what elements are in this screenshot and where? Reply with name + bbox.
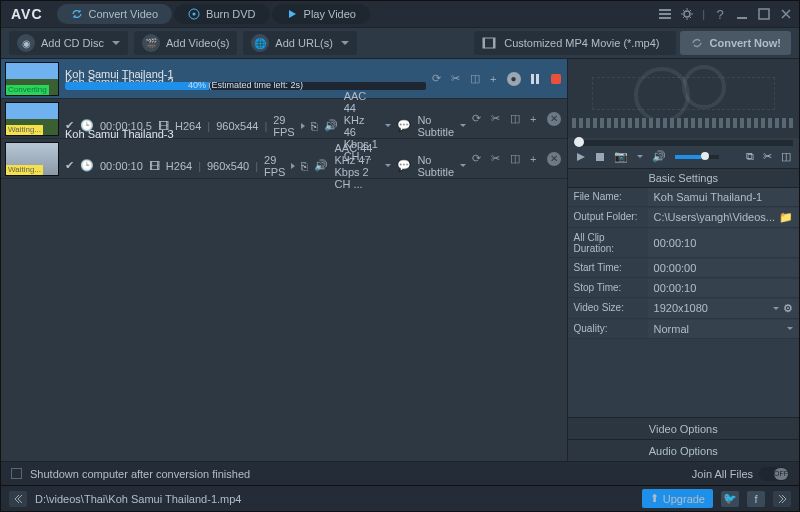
scissors-icon[interactable]: ✂ [491, 112, 500, 125]
close-icon[interactable] [779, 7, 793, 21]
remove-icon[interactable]: ✕ [547, 112, 561, 126]
chevron-down-icon [787, 327, 793, 330]
value-quality[interactable]: Normal [648, 320, 799, 339]
loop-icon[interactable]: ⟳ [432, 72, 441, 85]
join-all-label: Join All Files [692, 468, 753, 480]
play-icon[interactable] [576, 152, 586, 162]
file-list: Converting Koh Samui Thailand-1 40% (Est… [1, 59, 567, 461]
value-output-folder[interactable]: C:\Users\yangh\Videos...📁 [648, 208, 799, 228]
scissors-icon[interactable]: ✂ [763, 150, 772, 163]
progress-bar: 40% (Estimated time left: 2s) [65, 82, 426, 90]
thumbnail: Waiting... [5, 102, 59, 136]
chevron-down-icon[interactable] [637, 155, 643, 158]
stop-icon[interactable] [595, 152, 605, 162]
shutdown-label: Shutdown computer after conversion finis… [30, 468, 250, 480]
label-video-size: Video Size: [568, 299, 648, 319]
snapshot-icon[interactable]: 📷 [614, 150, 628, 163]
add-icon[interactable]: + [490, 73, 496, 85]
add-icon[interactable]: + [530, 153, 536, 165]
convert-now-button[interactable]: Convert Now! [680, 31, 792, 55]
svg-point-12 [636, 69, 688, 121]
speaker-icon: 🔊 [314, 159, 328, 172]
crop-icon[interactable]: ◫ [781, 150, 791, 163]
tab-burn-dvd[interactable]: Burn DVD [174, 4, 270, 24]
loop-icon[interactable]: ⟳ [472, 112, 481, 125]
chevron-down-icon [341, 41, 349, 45]
speaker-icon[interactable]: 🔊 [652, 150, 666, 163]
next-button[interactable] [773, 491, 791, 507]
value-video-size[interactable]: 1920x1080⚙ [648, 299, 799, 319]
crop-icon[interactable]: ◫ [510, 152, 520, 165]
facebook-icon[interactable]: f [747, 491, 765, 507]
help-icon[interactable]: ? [713, 7, 727, 21]
remove-icon[interactable]: ✕ [547, 152, 561, 166]
output-profile-select[interactable]: Customized MP4 Movie (*.mp4) [474, 31, 675, 55]
thumbnail: Waiting... [5, 142, 59, 176]
value-start-time[interactable]: 00:00:00 [648, 259, 799, 278]
label-output-folder: Output Folder: [568, 208, 648, 228]
twitter-icon[interactable]: 🐦 [721, 491, 739, 507]
gear-icon[interactable] [680, 7, 694, 21]
svg-rect-8 [759, 9, 769, 19]
add-urls-button[interactable]: 🌐 Add URL(s) [243, 31, 356, 55]
footer-options: Shutdown computer after conversion finis… [1, 461, 799, 485]
thumbnail: Converting [5, 62, 59, 96]
globe-plus-icon: 🌐 [251, 34, 269, 52]
tab-convert-video[interactable]: Convert Video [57, 4, 173, 24]
file-path: D:\videos\Thai\Koh Samui Thailand-1.mp4 [35, 493, 241, 505]
remove-icon[interactable]: ● [507, 72, 521, 86]
add-videos-button[interactable]: 🎬 Add Video(s) [134, 31, 237, 55]
add-cd-disc-button[interactable]: ◉ Add CD Disc [9, 31, 128, 55]
svg-marker-2 [289, 10, 296, 18]
panel-header: Basic Settings [568, 168, 799, 188]
tab-play-video[interactable]: Play Video [272, 4, 370, 24]
value-filename[interactable]: Koh Samui Thailand-1 [648, 188, 799, 207]
status-badge: Converting [6, 85, 49, 95]
shutdown-checkbox[interactable] [11, 468, 22, 479]
value-stop-time[interactable]: 00:00:10 [648, 279, 799, 298]
add-icon[interactable]: + [530, 113, 536, 125]
refresh-icon [690, 36, 704, 50]
preview-pane [568, 59, 799, 138]
folder-icon[interactable]: 📁 [779, 211, 793, 224]
button-label: Add Video(s) [166, 37, 229, 49]
volume-slider[interactable] [675, 155, 719, 159]
filmstrip-icon [572, 118, 795, 128]
play-icon [286, 8, 298, 20]
refresh-icon [71, 8, 83, 20]
clock-icon: 🕒 [80, 159, 94, 172]
list-item[interactable]: Waiting... Koh Samui Thailand-3 ✔ 🕒00:00… [1, 139, 567, 179]
seek-slider[interactable] [574, 140, 793, 146]
gear-icon[interactable]: ⚙ [783, 302, 793, 315]
label-duration: All Clip Duration: [568, 229, 648, 258]
upgrade-button[interactable]: ⬆Upgrade [642, 489, 713, 508]
item-meta: ✔ 🕒00:00:10 🎞H264|960x540|29 FPS ⎘ 🔊AAC … [65, 142, 466, 190]
video-options-button[interactable]: Video Options [568, 417, 799, 439]
scissors-icon[interactable]: ✂ [451, 72, 460, 85]
list-icon[interactable] [658, 7, 672, 21]
chevron-down-icon[interactable] [385, 164, 391, 167]
audio-options-button[interactable]: Audio Options [568, 439, 799, 461]
chevron-down-icon [112, 41, 120, 45]
stop-button[interactable] [551, 74, 561, 84]
check-icon: ✔ [65, 159, 74, 172]
button-label: Add CD Disc [41, 37, 104, 49]
pause-button[interactable] [531, 74, 541, 84]
minimize-icon[interactable] [735, 7, 749, 21]
prev-button[interactable] [9, 491, 27, 507]
maximize-icon[interactable] [757, 7, 771, 21]
titlebar: AVC Convert Video Burn DVD Play Video | … [1, 1, 799, 27]
tab-label: Burn DVD [206, 8, 256, 20]
crop-icon[interactable]: ◫ [510, 112, 520, 125]
svg-point-1 [193, 13, 196, 16]
settings-grid: File Name:Koh Samui Thailand-1 Output Fo… [568, 188, 799, 339]
crop-icon[interactable]: ◫ [470, 72, 480, 85]
scissors-icon[interactable]: ✂ [491, 152, 500, 165]
film-icon: 🎞 [149, 160, 160, 172]
join-all-toggle[interactable]: OFF [759, 467, 789, 481]
chevron-down-icon[interactable] [460, 164, 466, 167]
copy-icon[interactable]: ⧉ [746, 150, 754, 163]
disc-icon [188, 8, 200, 20]
loop-icon[interactable]: ⟳ [472, 152, 481, 165]
chevron-right-icon[interactable] [291, 163, 295, 169]
